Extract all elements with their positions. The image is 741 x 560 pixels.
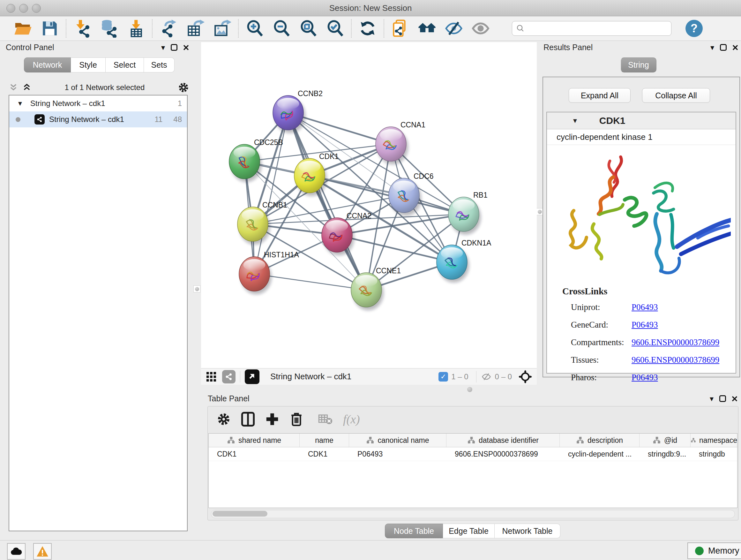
cell-description[interactable]: cyclin-dependent ... <box>560 447 639 461</box>
panel-menu-icon[interactable]: ▾ <box>711 44 714 51</box>
expand-all-button[interactable]: Expand All <box>569 88 630 103</box>
edge[interactable] <box>288 113 366 290</box>
crosslink-value[interactable]: P06493 <box>631 373 658 382</box>
node-ccna1[interactable] <box>376 127 408 165</box>
import-table-file-button[interactable] <box>123 18 149 39</box>
column-header-canonical-name[interactable]: canonical name <box>349 434 447 447</box>
clone-network-button[interactable] <box>387 18 414 39</box>
cell-name[interactable]: CDK1 <box>300 447 349 461</box>
birds-eye-view-button[interactable] <box>245 369 259 384</box>
tab-style[interactable]: Style <box>71 57 106 72</box>
function-builder-button[interactable]: f(x) <box>343 412 360 426</box>
float-panel-icon[interactable] <box>719 395 726 402</box>
section-collapse-icon[interactable]: ▼ <box>572 117 578 125</box>
scrollbar-thumb[interactable] <box>212 511 267 516</box>
node-rb1[interactable] <box>448 197 481 235</box>
tab-edge-table[interactable]: Edge Table <box>443 523 495 538</box>
column-header-database-identifier[interactable]: database identifier <box>447 434 560 447</box>
tab-network-table[interactable]: Network Table <box>495 523 560 538</box>
export-table-button[interactable] <box>182 18 209 39</box>
grid-mode-icon[interactable] <box>205 371 217 382</box>
cdk1-section-header[interactable]: ▼ CDK1 <box>547 112 736 129</box>
cloud-status-button[interactable] <box>7 543 25 560</box>
table-settings-button[interactable] <box>213 409 234 429</box>
node-cdkn1a[interactable] <box>436 245 469 283</box>
cell-shared-name[interactable]: CDK1 <box>209 447 300 461</box>
export-network-button[interactable] <box>155 18 182 39</box>
help-button[interactable]: ? <box>685 20 703 37</box>
memory-button[interactable]: Memory <box>687 543 741 559</box>
left-splitter-handle[interactable] <box>193 286 200 293</box>
tab-node-table[interactable]: Node Table <box>385 523 443 538</box>
column-header-description[interactable]: description <box>560 434 639 447</box>
create-column-button[interactable] <box>262 409 282 429</box>
bottom-splitter-handle[interactable] <box>467 387 472 392</box>
close-panel-icon[interactable] <box>732 45 738 51</box>
open-session-button[interactable] <box>10 18 37 39</box>
import-network-database-button[interactable] <box>96 18 123 39</box>
network-canvas[interactable]: CCNB2CCNA1CDC25BCDK1CDC6RB1CCNB1CCNA2CDK… <box>201 42 537 368</box>
network-graph[interactable]: CCNB2CCNA1CDC25BCDK1CDC6RB1CCNB1CCNA2CDK… <box>201 42 537 368</box>
collapse-all-button[interactable]: Collapse All <box>642 88 710 103</box>
node-cdk1[interactable] <box>294 159 327 196</box>
edge[interactable] <box>254 113 288 274</box>
collapse-all-chevron-icon[interactable] <box>9 83 18 91</box>
node-ccne1[interactable] <box>351 273 384 310</box>
node-ccna2[interactable] <box>322 218 354 255</box>
float-panel-icon[interactable] <box>720 44 727 51</box>
first-neighbors-button[interactable] <box>414 18 441 39</box>
column-header-name[interactable]: name <box>300 434 349 447</box>
table-row[interactable]: CDK1 CDK1 P06493 9606.ENSP00000378699 cy… <box>209 447 737 461</box>
node-ccnb2[interactable] <box>273 96 306 133</box>
crosslink-value[interactable]: P06493 <box>631 320 658 330</box>
hide-selected-button[interactable] <box>441 18 467 39</box>
crosslink-value[interactable]: P06493 <box>631 302 658 312</box>
column-header-id[interactable]: @id <box>639 434 690 447</box>
cell-id[interactable]: stringdb:9... <box>639 447 690 461</box>
crosslink-value[interactable]: 9606.ENSP00000378699 <box>631 355 719 365</box>
export-image-button[interactable] <box>209 18 235 39</box>
network-options-gear-icon[interactable] <box>178 82 189 93</box>
tab-string[interactable]: String <box>621 57 657 72</box>
column-header-shared-name[interactable]: shared name <box>209 434 300 447</box>
search-input[interactable] <box>525 23 671 33</box>
edge[interactable] <box>310 176 464 214</box>
close-panel-icon[interactable] <box>732 396 738 401</box>
fit-content-button[interactable] <box>295 18 322 39</box>
show-all-button[interactable] <box>467 18 494 39</box>
network-row[interactable]: String Network – cdk1 11 48 <box>9 111 187 127</box>
cell-database-identifier[interactable]: 9606.ENSP00000378699 <box>447 447 560 461</box>
string-view-button[interactable] <box>222 370 235 383</box>
save-session-button[interactable] <box>37 18 63 39</box>
float-panel-icon[interactable] <box>171 44 178 51</box>
node-hist1h1a[interactable] <box>239 257 272 294</box>
tab-network[interactable]: Network <box>24 57 71 72</box>
crosslink-value[interactable]: 9606.ENSP00000378699 <box>631 337 719 348</box>
close-panel-icon[interactable] <box>183 45 189 51</box>
node-cdc6[interactable] <box>389 178 421 216</box>
edge[interactable] <box>337 235 452 262</box>
fit-selected-crosshair-icon[interactable] <box>518 370 532 384</box>
cell-namespace[interactable]: stringdb <box>690 447 737 461</box>
panel-menu-icon[interactable]: ▾ <box>161 44 165 51</box>
import-network-file-button[interactable] <box>69 18 96 39</box>
delete-table-button[interactable] <box>315 409 335 429</box>
delete-column-button[interactable] <box>286 409 307 429</box>
tab-select[interactable]: Select <box>106 57 144 72</box>
zoom-in-button[interactable] <box>241 18 268 39</box>
panel-menu-icon[interactable]: ▾ <box>710 395 714 402</box>
tab-sets[interactable]: Sets <box>144 57 175 72</box>
warnings-button[interactable] <box>33 543 52 560</box>
zoom-out-button[interactable] <box>268 18 295 39</box>
zoom-selected-button[interactable] <box>322 18 348 39</box>
node-cdc25b[interactable] <box>229 144 262 182</box>
show-columns-button[interactable] <box>238 409 258 429</box>
horizontal-scrollbar[interactable] <box>211 510 735 518</box>
collection-expand-icon[interactable]: ▼ <box>17 100 23 107</box>
refresh-view-button[interactable] <box>354 18 381 39</box>
column-header-namespace[interactable]: namespace <box>690 434 737 447</box>
selected-checkbox[interactable]: ✓ <box>439 372 448 381</box>
network-collection-row[interactable]: ▼ String Network – cdk1 1 <box>9 96 187 111</box>
expand-all-chevron-icon[interactable] <box>22 83 31 91</box>
cell-canonical-name[interactable]: P06493 <box>349 447 447 461</box>
